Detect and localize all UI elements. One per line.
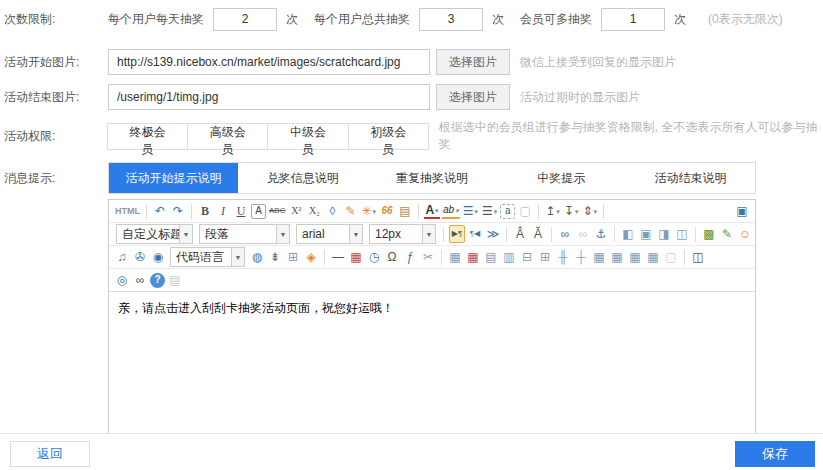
html-source-icon[interactable]: HTML: [114, 202, 141, 220]
page-break-icon[interactable]: ⇟: [267, 248, 283, 266]
scrawl-icon[interactable]: ✎: [719, 225, 735, 243]
paragraph-select[interactable]: 段落 ▼: [199, 224, 290, 244]
to-uppercase-icon[interactable]: Â: [512, 225, 528, 243]
delete-col-icon[interactable]: ▦: [645, 248, 661, 266]
line-height-icon[interactable]: ⇕▾: [581, 202, 598, 220]
end-image-pick-button[interactable]: 选择图片: [436, 84, 510, 110]
underline-icon[interactable]: U: [233, 202, 249, 220]
subscript-icon[interactable]: X₂: [306, 202, 322, 220]
delete-row-icon[interactable]: ▦: [627, 248, 643, 266]
search-replace-icon[interactable]: ∞: [132, 271, 148, 289]
fullscreen-icon[interactable]: ▣: [734, 202, 750, 220]
start-image-input[interactable]: [108, 49, 430, 75]
font-color-icon[interactable]: A▾: [424, 204, 440, 219]
print-icon[interactable]: ◫: [690, 248, 706, 266]
margin-bottom-icon[interactable]: ↧▾: [563, 202, 580, 220]
start-image-pick-button[interactable]: 选择图片: [436, 49, 510, 75]
message-tab[interactable]: 活动结束说明: [626, 163, 755, 193]
insert-frame-icon[interactable]: ⊞: [285, 248, 301, 266]
paragraph-rtl-icon[interactable]: ▶¶: [449, 225, 465, 243]
insert-image-icon[interactable]: ▩: [701, 225, 717, 243]
to-lowercase-icon[interactable]: Ǎ: [530, 225, 546, 243]
baidu-map-icon[interactable]: ◈: [303, 248, 319, 266]
save-button[interactable]: 保存: [735, 441, 815, 467]
insert-table-icon[interactable]: ▦: [447, 248, 463, 266]
auto-typeset-icon[interactable]: ✳▾: [360, 202, 377, 220]
date-icon[interactable]: ▦: [348, 248, 364, 266]
code-language-select[interactable]: 代码语言 ▼: [170, 247, 245, 267]
insert-map-icon[interactable]: ◉: [150, 248, 166, 266]
time-icon[interactable]: ◷: [366, 248, 382, 266]
merge-cells-icon[interactable]: ┼: [573, 248, 589, 266]
link-icon[interactable]: ∞: [557, 225, 573, 243]
delete-table-icon[interactable]: ▦: [465, 248, 481, 266]
message-label: 消息提示:: [0, 170, 108, 187]
font-size-select[interactable]: 12px ▼: [369, 224, 436, 244]
image-float-left-icon[interactable]: ◧: [620, 225, 636, 243]
indent-icon[interactable]: ≫: [485, 225, 501, 243]
toolbar-separator: [538, 204, 539, 219]
style-select[interactable]: 自定义标题 ▼: [116, 224, 193, 244]
snapshot-icon[interactable]: ✂: [420, 248, 436, 266]
image-center-icon[interactable]: ◫: [674, 225, 690, 243]
table-caption-icon[interactable]: ▥: [501, 248, 517, 266]
blockquote-icon[interactable]: 66: [379, 202, 395, 220]
message-tab[interactable]: 活动开始提示说明: [109, 163, 238, 193]
insert-row-icon[interactable]: ⊟: [519, 248, 535, 266]
table-title-icon[interactable]: ▤: [483, 248, 499, 266]
help-icon[interactable]: ?: [150, 273, 165, 288]
bold-icon[interactable]: B: [197, 202, 213, 220]
paragraph-ltr-icon[interactable]: ¶◀: [467, 225, 483, 243]
preview-icon[interactable]: ◎: [114, 271, 130, 289]
editor-content[interactable]: 亲，请点击进入刮刮卡抽奖活动页面，祝您好运哦！: [109, 292, 755, 441]
message-tab[interactable]: 重复抽奖说明: [367, 163, 496, 193]
special-char-icon[interactable]: Ω: [384, 248, 400, 266]
member-extra-input[interactable]: [601, 8, 665, 31]
font-border-icon[interactable]: A: [251, 204, 266, 219]
unlink-icon[interactable]: ∞: [575, 225, 591, 243]
anchor-icon[interactable]: a: [500, 204, 515, 219]
member-group-button[interactable]: 高级会员: [187, 123, 268, 150]
attachment-icon[interactable]: ✇: [132, 248, 148, 266]
message-tab[interactable]: 中奖提示: [497, 163, 626, 193]
image-inline-icon[interactable]: ▣: [638, 225, 654, 243]
message-tab[interactable]: 兑奖信息说明: [238, 163, 367, 193]
highlight-color-icon[interactable]: ab▾: [442, 204, 460, 219]
merge-down-icon[interactable]: ▦: [609, 248, 625, 266]
unordered-list-icon[interactable]: ☰▾: [481, 202, 498, 220]
end-image-input[interactable]: [108, 84, 430, 110]
ordered-list-icon[interactable]: ☰▾: [462, 202, 479, 220]
member-group-button[interactable]: 初级会员: [348, 123, 429, 150]
back-button[interactable]: 返回: [10, 441, 90, 467]
insert-col-icon[interactable]: ⊞: [537, 248, 553, 266]
toolbar-separator: [684, 250, 685, 265]
font-select[interactable]: arial ▼: [296, 224, 363, 244]
merge-right-icon[interactable]: ▦: [591, 248, 607, 266]
anchor-mark-icon[interactable]: ⚓: [593, 225, 609, 243]
doc-template-icon[interactable]: ▢: [663, 248, 679, 266]
insert-code-icon[interactable]: ◍: [249, 248, 265, 266]
format-painter-icon[interactable]: ✎: [342, 202, 358, 220]
total-label: 每个用户总共抽奖: [314, 11, 410, 28]
formula-icon[interactable]: ƒ: [402, 248, 418, 266]
member-group-button[interactable]: 中级会员: [267, 123, 348, 150]
horizontal-rule-icon[interactable]: —: [330, 248, 346, 266]
paste-icon[interactable]: ▤: [167, 271, 183, 289]
paste-table-icon[interactable]: ▤: [397, 202, 413, 220]
image-float-right-icon[interactable]: ◨: [656, 225, 672, 243]
italic-icon[interactable]: I: [215, 202, 231, 220]
undo-icon[interactable]: ↶: [152, 202, 168, 220]
superscript-icon[interactable]: X²: [288, 202, 304, 220]
emoji-icon[interactable]: ☺: [737, 225, 753, 243]
redo-icon[interactable]: ↷: [170, 202, 186, 220]
per-day-input[interactable]: [213, 8, 277, 31]
music-icon[interactable]: ♫: [114, 248, 130, 266]
split-cells-icon[interactable]: ╫: [555, 248, 571, 266]
strikethrough-icon[interactable]: ABC: [268, 202, 286, 220]
toolbar-separator: [551, 227, 552, 242]
remove-format-icon[interactable]: ◊: [324, 202, 340, 220]
margin-top-icon[interactable]: ↥▾: [544, 202, 561, 220]
total-input[interactable]: [419, 8, 483, 31]
member-group-button[interactable]: 终极会员: [107, 123, 188, 150]
new-page-icon[interactable]: ▢: [517, 202, 533, 220]
